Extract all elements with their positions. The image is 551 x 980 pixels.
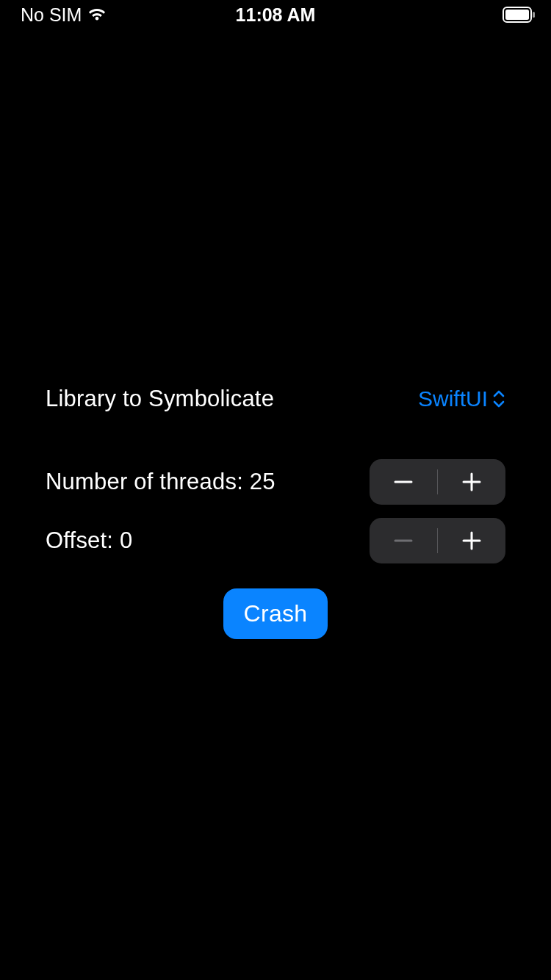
threads-decrement-button[interactable] xyxy=(370,459,437,505)
crash-button-container: Crash xyxy=(46,588,505,639)
minus-icon xyxy=(392,471,414,493)
status-time: 11:08 AM xyxy=(236,4,316,26)
plus-icon xyxy=(461,530,483,552)
library-picker-value: SwiftUI xyxy=(418,386,488,411)
battery-icon xyxy=(503,7,536,23)
svg-rect-1 xyxy=(505,10,529,20)
main-content: Library to Symbolicate SwiftUI Number of… xyxy=(0,386,551,639)
carrier-label: No SIM xyxy=(21,4,82,26)
threads-increment-button[interactable] xyxy=(438,459,505,505)
offset-label: Offset: 0 xyxy=(46,527,132,554)
threads-stepper xyxy=(370,459,505,505)
threads-label: Number of threads: 25 xyxy=(46,469,276,495)
status-left: No SIM xyxy=(21,4,107,26)
crash-button[interactable]: Crash xyxy=(223,588,328,639)
library-picker[interactable]: SwiftUI xyxy=(418,386,505,411)
chevron-up-down-icon xyxy=(492,389,505,408)
minus-icon xyxy=(392,530,414,552)
wifi-icon xyxy=(87,7,107,22)
status-right xyxy=(503,7,536,23)
library-row: Library to Symbolicate SwiftUI xyxy=(46,386,505,412)
offset-increment-button[interactable] xyxy=(438,518,505,563)
offset-stepper xyxy=(370,518,505,563)
plus-icon xyxy=(461,471,483,493)
threads-row: Number of threads: 25 xyxy=(46,459,505,505)
svg-rect-2 xyxy=(533,12,535,18)
status-bar: No SIM 11:08 AM xyxy=(0,0,551,29)
offset-row: Offset: 0 xyxy=(46,518,505,563)
offset-decrement-button[interactable] xyxy=(370,518,437,563)
library-label: Library to Symbolicate xyxy=(46,386,274,412)
